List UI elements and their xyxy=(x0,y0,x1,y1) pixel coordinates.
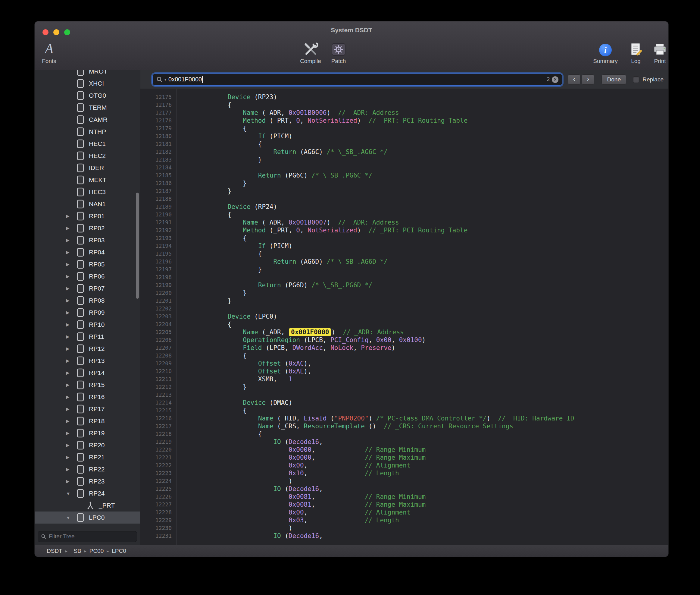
code-line[interactable]: 12195 { xyxy=(140,250,668,258)
sidebar-item-rp17[interactable]: ▶RP17 xyxy=(35,403,140,415)
code-line[interactable]: 12199 Return (PG6D) /* \_SB_.PG6D */ xyxy=(140,281,668,289)
disclosure-collapsed-icon[interactable]: ▶ xyxy=(66,298,77,303)
sidebar-item-rp14[interactable]: ▶RP14 xyxy=(35,367,140,379)
sidebar-item-rp02[interactable]: ▶RP02 xyxy=(35,222,140,234)
done-button[interactable]: Done xyxy=(602,75,626,85)
sidebar-item-rp09[interactable]: ▶RP09 xyxy=(35,307,140,319)
search-input[interactable]: ▾ 0x001F0000 2 × xyxy=(152,74,562,86)
code-line[interactable]: 12205 Name (_ADR, 0x001F0000) // _ADR: A… xyxy=(140,328,668,336)
code-line[interactable]: 12182 Return (AG6C) /* \_SB_.AG6C */ xyxy=(140,148,668,156)
code-line[interactable]: 12177 Name (_ADR, 0x001B0006) // _ADR: A… xyxy=(140,109,668,117)
code-line[interactable]: 12191 Name (_ADR, 0x001B0007) // _ADR: A… xyxy=(140,219,668,226)
sidebar-item-mekt[interactable]: MEKT xyxy=(35,174,140,186)
code-line[interactable]: 12209 Offset (0xAC), xyxy=(140,360,668,367)
code-line[interactable]: 12228 0x00, // Alignment xyxy=(140,509,668,516)
sidebar-item-rp15[interactable]: ▶RP15 xyxy=(35,379,140,391)
disclosure-collapsed-icon[interactable]: ▶ xyxy=(66,237,77,243)
code-line[interactable]: 12225 IO (Decode16, xyxy=(140,485,668,493)
sidebar-item-rp18[interactable]: ▶RP18 xyxy=(35,415,140,427)
patch-button[interactable]: Patch xyxy=(317,40,360,64)
disclosure-collapsed-icon[interactable]: ▶ xyxy=(66,466,77,472)
code-line[interactable]: 12175 Device (RP23) xyxy=(140,93,668,101)
code-line[interactable]: 12176 { xyxy=(140,101,668,109)
disclosure-collapsed-icon[interactable]: ▶ xyxy=(66,274,77,279)
sidebar-scrollbar-thumb[interactable] xyxy=(136,193,139,299)
sidebar-item-term[interactable]: TERM xyxy=(35,102,140,114)
code-line[interactable]: 12212 } xyxy=(140,383,668,391)
disclosure-collapsed-icon[interactable]: ▶ xyxy=(66,322,77,327)
code-line[interactable]: 12203 Device (LPC0) xyxy=(140,313,668,320)
code-line[interactable]: 12226 0x0081, // Range Minimum xyxy=(140,493,668,501)
filter-tree-field[interactable] xyxy=(38,531,137,542)
code-editor[interactable]: 12175 Device (RP23)12176 {12177 Name (_A… xyxy=(140,89,668,545)
sidebar-item-rp07[interactable]: ▶RP07 xyxy=(35,282,140,294)
code-line[interactable]: 12204 { xyxy=(140,320,668,328)
fonts-button[interactable]: A Fonts xyxy=(34,40,70,64)
clear-search-icon[interactable]: × xyxy=(552,76,558,83)
disclosure-collapsed-icon[interactable]: ▶ xyxy=(66,479,77,484)
sidebar-item-rp13[interactable]: ▶RP13 xyxy=(35,355,140,367)
code-line[interactable]: 12220 0x0000, // Range Minimum xyxy=(140,446,668,454)
code-line[interactable]: 12178 Method (_PRT, 0, NotSerialized) //… xyxy=(140,117,668,124)
code-line[interactable]: 12217 Name (_CRS, ResourceTemplate () //… xyxy=(140,422,668,430)
disclosure-collapsed-icon[interactable]: ▶ xyxy=(66,358,77,364)
code-line[interactable]: 12210 Offset (0xAE), xyxy=(140,367,668,375)
code-line[interactable]: 12218 { xyxy=(140,430,668,438)
code-line[interactable]: 12227 0x0081, // Range Maximum xyxy=(140,501,668,509)
code-line[interactable]: 12179 { xyxy=(140,124,668,132)
code-line[interactable]: 12211 XSMB, 1 xyxy=(140,375,668,383)
sidebar-item-rp01[interactable]: ▶RP01 xyxy=(35,210,140,222)
sidebar-item-nan1[interactable]: NAN1 xyxy=(35,198,140,210)
sidebar-item-nthp[interactable]: NTHP xyxy=(35,126,140,138)
sidebar-item-hec1[interactable]: HEC1 xyxy=(35,138,140,150)
code-line[interactable]: 12202 xyxy=(140,305,668,313)
sidebar-item-rp11[interactable]: ▶RP11 xyxy=(35,331,140,343)
code-line[interactable]: 12206 OperationRegion (LPCB, PCI_Config,… xyxy=(140,336,668,344)
previous-match-button[interactable]: ‹ xyxy=(568,75,580,85)
disclosure-collapsed-icon[interactable]: ▶ xyxy=(66,418,77,424)
code-line[interactable]: 12230 ) xyxy=(140,524,668,532)
code-line[interactable]: 12207 Field (LPCB, DWordAcc, NoLock, Pre… xyxy=(140,344,668,352)
code-line[interactable]: 12231 IO (Decode16, xyxy=(140,532,668,540)
sidebar-item-hec3[interactable]: HEC3 xyxy=(35,186,140,198)
search-menu-chevron-icon[interactable]: ▾ xyxy=(164,78,166,82)
sidebar-item-mrot[interactable]: MROT xyxy=(35,70,140,78)
sidebar-item-rp21[interactable]: ▶RP21 xyxy=(35,451,140,463)
disclosure-collapsed-icon[interactable]: ▶ xyxy=(66,455,77,460)
disclosure-collapsed-icon[interactable]: ▶ xyxy=(66,430,77,436)
breadcrumb-item[interactable]: LPC0 xyxy=(112,548,126,554)
code-line[interactable]: 12189 Device (RP24) xyxy=(140,203,668,211)
code-line[interactable]: 12194 If (PICM) xyxy=(140,242,668,250)
code-line[interactable]: 12193 { xyxy=(140,234,668,242)
sidebar-item-rp08[interactable]: ▶RP08 xyxy=(35,294,140,307)
disclosure-collapsed-icon[interactable]: ▶ xyxy=(66,286,77,291)
sidebar-item-ider[interactable]: IDER xyxy=(35,162,140,174)
sidebar-item-lpc0[interactable]: ▼LPC0 xyxy=(35,511,140,523)
code-line[interactable]: 12187 } xyxy=(140,187,668,195)
disclosure-collapsed-icon[interactable]: ▶ xyxy=(66,225,77,231)
sidebar-item-rp03[interactable]: ▶RP03 xyxy=(35,234,140,246)
sidebar-item-rp04[interactable]: ▶RP04 xyxy=(35,246,140,258)
code-line[interactable]: 12198 xyxy=(140,274,668,281)
code-line[interactable]: 12192 Method (_PRT, 0, NotSerialized) //… xyxy=(140,226,668,234)
sidebar-item-_prt[interactable]: _PRT xyxy=(35,500,140,511)
code-line[interactable]: 12222 0x00, // Alignment xyxy=(140,461,668,469)
code-line[interactable]: 12219 IO (Decode16, xyxy=(140,438,668,446)
sidebar-item-camr[interactable]: CAMR xyxy=(35,114,140,126)
disclosure-expanded-icon[interactable]: ▼ xyxy=(66,491,77,496)
code-line[interactable]: 12223 0x10, // Length xyxy=(140,469,668,477)
sidebar-item-xhci[interactable]: XHCI xyxy=(35,78,140,89)
sidebar-item-hec2[interactable]: HEC2 xyxy=(35,150,140,162)
breadcrumb-item[interactable]: _SB xyxy=(70,548,81,554)
code-line[interactable]: 12184 xyxy=(140,164,668,171)
print-button[interactable]: Print xyxy=(639,40,669,64)
code-line[interactable]: 12188 xyxy=(140,195,668,203)
disclosure-collapsed-icon[interactable]: ▶ xyxy=(66,334,77,339)
replace-toggle[interactable]: Replace xyxy=(633,76,664,83)
sidebar-item-rp23[interactable]: ▶RP23 xyxy=(35,475,140,487)
code-line[interactable]: 12221 0x0000, // Range Maximum xyxy=(140,454,668,461)
sidebar-item-rp06[interactable]: ▶RP06 xyxy=(35,271,140,282)
disclosure-collapsed-icon[interactable]: ▶ xyxy=(66,250,77,255)
sidebar-item-rp20[interactable]: ▶RP20 xyxy=(35,439,140,451)
code-line[interactable]: 12201 } xyxy=(140,297,668,305)
